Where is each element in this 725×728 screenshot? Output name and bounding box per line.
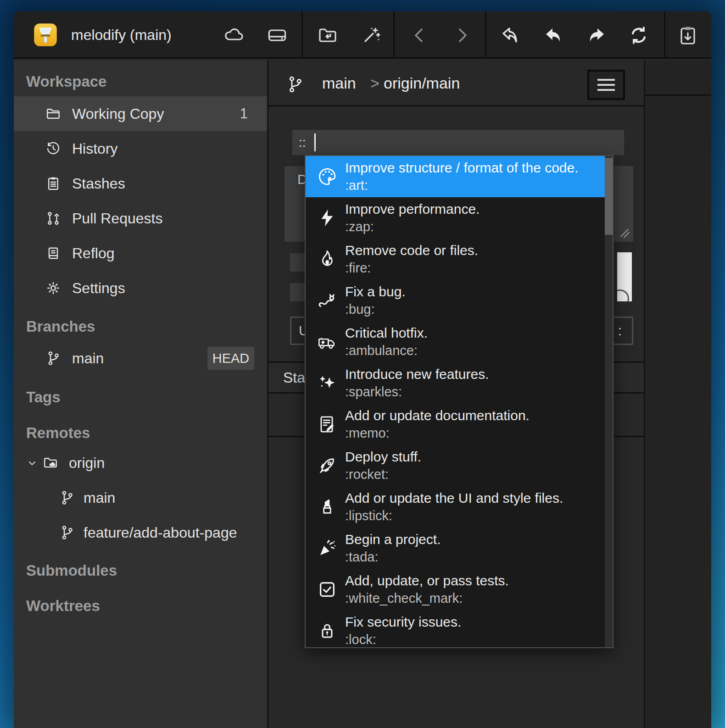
sidebar-item-label: main — [84, 480, 115, 515]
breadcrumb-separator: > — [370, 60, 379, 106]
ambulance-icon — [317, 331, 338, 352]
remote-folder-icon — [42, 455, 59, 471]
autocomplete-item-check[interactable]: Add, update, or pass tests. :white_check… — [306, 569, 605, 610]
app-window: melodify (main) — [14, 11, 711, 728]
sidebar-item-label: Settings — [72, 271, 125, 306]
book-icon — [45, 245, 61, 261]
branch-icon — [285, 75, 305, 94]
right-pane-divider — [645, 94, 711, 96]
dropdown-scrollbar-thumb[interactable] — [605, 158, 613, 235]
sidebar-item-remote-feature-branch[interactable]: feature/add-about-page — [14, 515, 267, 550]
zap-icon — [317, 207, 338, 228]
right-pane — [645, 60, 711, 728]
branch-icon — [59, 524, 75, 541]
autocomplete-item-code: :art: — [345, 178, 579, 194]
text-caret — [314, 133, 316, 151]
fire-icon — [317, 249, 338, 270]
autocomplete-item-lock[interactable]: Fix security issues. :lock: — [306, 610, 605, 648]
sidebar-item-branch-main[interactable]: main HEAD — [14, 341, 267, 376]
gear-icon — [45, 280, 61, 296]
back-icon[interactable] — [408, 24, 430, 46]
lock-icon — [317, 620, 338, 641]
sidebar-section-submodules: Submodules — [26, 562, 256, 580]
dropdown-scrollbar-track[interactable] — [605, 156, 613, 647]
light-widget-fragment[interactable] — [617, 252, 632, 301]
folder-icon — [45, 106, 61, 122]
titlebar-divider — [393, 11, 395, 59]
sidebar: Workspace Working Copy 1 History — [14, 60, 267, 728]
titlebar: melodify (main) — [14, 11, 711, 59]
folder-return-icon[interactable] — [317, 24, 339, 46]
resize-grip-icon[interactable] — [619, 228, 631, 239]
sidebar-section-remotes: Remotes — [26, 424, 256, 443]
sidebar-section-workspace: Workspace — [26, 73, 256, 91]
sidebar-item-label: History — [72, 131, 118, 166]
titlebar-divider — [301, 11, 303, 59]
palette-icon — [317, 166, 338, 187]
memo-icon — [317, 414, 338, 435]
share-out-icon[interactable] — [500, 24, 522, 46]
sidebar-section-branches: Branches — [26, 318, 256, 336]
tada-icon — [317, 538, 338, 559]
autocomplete-item-title: Improve structure / format of the code. — [345, 160, 579, 176]
autocomplete-item-ambulance[interactable]: Critical hotfix. :ambulance: — [306, 321, 605, 362]
check-icon — [317, 579, 338, 600]
sidebar-item-working-copy[interactable]: Working Copy 1 — [14, 96, 267, 131]
working-copy-count-badge: 1 — [240, 96, 248, 131]
autocomplete-item-lipstick[interactable]: Add or update the UI and style files. :l… — [306, 486, 605, 528]
drive-icon[interactable] — [266, 24, 288, 46]
current-branch-label[interactable]: main — [322, 60, 356, 106]
history-icon — [45, 140, 61, 157]
gitmoji-autocomplete-dropdown: Improve structure / format of the code. … — [305, 155, 613, 648]
autocomplete-item-zap[interactable]: Improve performance. :zap: — [306, 197, 605, 239]
push-icon[interactable] — [585, 24, 607, 46]
branch-header: main > origin/main — [268, 60, 644, 106]
sidebar-section-tags: Tags — [26, 389, 256, 407]
titlebar-divider — [664, 11, 665, 59]
upstream-branch-label[interactable]: origin/main — [384, 60, 460, 106]
sidebar-item-settings[interactable]: Settings — [14, 271, 267, 306]
sidebar-item-label: origin — [69, 445, 105, 480]
branch-icon — [45, 350, 61, 367]
pull-icon[interactable] — [543, 24, 565, 46]
head-badge: HEAD — [207, 347, 254, 370]
sidebar-item-stashes[interactable]: Stashes — [14, 166, 267, 201]
forward-icon[interactable] — [451, 24, 473, 46]
sidebar-item-label: Pull Requests — [72, 201, 162, 236]
autocomplete-item-sparkles[interactable]: Introduce new features. :sparkles: — [306, 362, 605, 404]
menu-button[interactable] — [587, 70, 625, 100]
autocomplete-item-rocket[interactable]: Deploy stuff. :rocket: — [306, 445, 605, 486]
bug-icon — [317, 290, 338, 311]
autocomplete-item-tada[interactable]: Begin a project. :tada: — [306, 528, 605, 569]
commit-summary-input[interactable]: :: — [292, 130, 624, 155]
magic-wand-icon[interactable] — [360, 24, 382, 46]
sidebar-item-pull-requests[interactable]: Pull Requests — [14, 201, 267, 236]
clipboard-icon — [45, 175, 61, 192]
sidebar-section-worktrees: Worktrees — [26, 597, 256, 616]
window-title: melodify (main) — [71, 11, 172, 59]
sidebar-item-label: main — [72, 341, 104, 376]
chevron-down-icon[interactable] — [26, 457, 39, 470]
app-logo-icon — [33, 22, 58, 47]
cloud-icon[interactable] — [223, 24, 245, 46]
branch-icon — [59, 489, 75, 506]
hamburger-icon — [597, 79, 615, 81]
autocomplete-item-fire[interactable]: Remove code or files. :fire: — [306, 239, 605, 280]
lipstick-icon — [317, 496, 338, 517]
sidebar-item-remote-main[interactable]: main — [14, 480, 267, 515]
sidebar-item-label: feature/add-about-page — [84, 515, 237, 550]
sidebar-item-label: Reflog — [72, 236, 115, 271]
rocket-icon — [317, 455, 338, 476]
sidebar-item-reflog[interactable]: Reflog — [14, 236, 267, 271]
clipboard-download-icon[interactable] — [677, 24, 699, 46]
pull-request-icon — [45, 210, 61, 227]
sync-icon[interactable] — [628, 24, 650, 46]
sparkles-icon — [317, 372, 338, 394]
autocomplete-item-art[interactable]: Improve structure / format of the code. … — [306, 156, 605, 197]
sidebar-item-remote-origin[interactable]: origin — [14, 445, 267, 480]
autocomplete-item-memo[interactable]: Add or update documentation. :memo: — [306, 404, 605, 445]
sidebar-item-label: Stashes — [72, 166, 125, 201]
titlebar-divider — [485, 11, 486, 59]
autocomplete-item-bug[interactable]: Fix a bug. :bug: — [306, 280, 605, 321]
sidebar-item-history[interactable]: History — [14, 131, 267, 166]
